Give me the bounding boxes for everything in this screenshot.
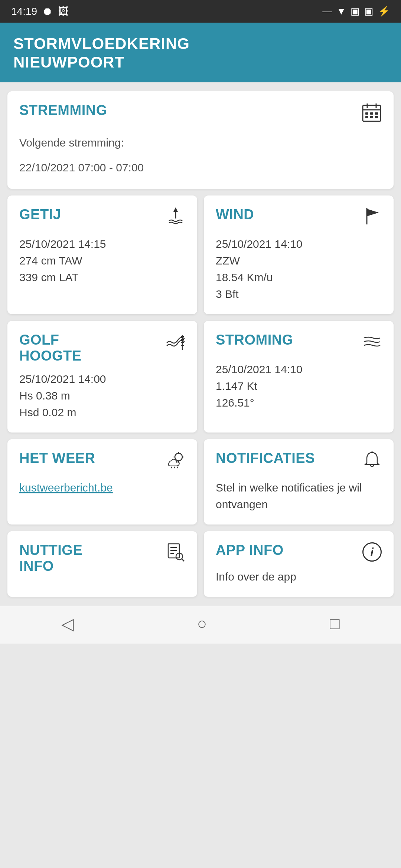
hetweer-title: HET WEER [19,450,95,466]
getij-header: GETIJ [19,207,185,229]
stremming-body: Volgende stremming: 22/10/2021 07:00 - 0… [19,133,382,177]
svg-rect-5 [370,112,373,115]
row-getij-wind: GETIJ 25/10/2021 14:15 274 cm TAW 339 cm… [7,195,394,314]
wind-card[interactable]: WIND 25/10/2021 14:10 ZZW 18.54 Km/u 3 B… [204,195,394,314]
back-button[interactable]: ◁ [61,614,74,633]
svg-marker-11 [173,207,178,212]
appinfo-card[interactable]: APP INFO i Info over de app [204,531,394,597]
notificaties-body: Stel in welke notificaties je wil ontvan… [216,479,382,513]
notificaties-text: Stel in welke notificaties je wil ontvan… [216,479,382,513]
stroming-body: 25/10/2021 14:10 1.147 Kt 126.51° [216,361,382,411]
nuttigeinfo-title: NUTTIGE INFO [19,542,82,574]
svg-line-25 [174,467,175,468]
svg-rect-6 [375,112,378,115]
notificaties-header: NOTIFICATIES [216,450,382,473]
recent-button[interactable]: □ [330,614,340,633]
nuttigeinfo-card[interactable]: NUTTIGE INFO [7,531,197,597]
svg-rect-9 [375,116,378,118]
golfhoogte-line1: Hs 0.38 m [19,387,185,404]
wind-flag-icon [362,207,382,229]
nav-bar: ◁ ○ □ [0,606,401,644]
stremming-title: STREMMING [19,102,107,118]
row-nuttige-appinfo: NUTTIGE INFO APP INFO [7,531,394,597]
appinfo-body: Info over de app [216,568,382,585]
golfhoogte-header: GOLF HOOGTE [19,332,185,364]
wifi-icon: ▼ [336,6,346,17]
appinfo-text: Info over de app [216,568,382,585]
stremming-card[interactable]: STREMMING Volgende stremming: 22/10/ [7,91,394,189]
wind-line1: ZZW [216,252,382,269]
calendar-icon [362,102,382,126]
notificaties-card[interactable]: NOTIFICATIES Stel in welke notificaties … [204,439,394,525]
getij-card[interactable]: GETIJ 25/10/2021 14:15 274 cm TAW 339 cm… [7,195,197,314]
app-header: STORMVLOEDKERING NIEUWPOORT [0,23,401,82]
wind-body: 25/10/2021 14:10 ZZW 18.54 Km/u 3 Bft [216,236,382,302]
hetweer-card[interactable]: HET WEER kustweerberi [7,439,197,525]
svg-point-19 [175,453,182,461]
golfhoogte-title: GOLF HOOGTE [19,332,82,364]
getij-body: 25/10/2021 14:15 274 cm TAW 339 cm LAT [19,236,185,286]
app-title: STORMVLOEDKERING NIEUWPOORT [13,34,388,72]
stremming-label: Volgende stremming: [19,133,382,152]
sim2-icon: ▣ [364,6,374,17]
svg-line-33 [182,559,184,561]
row-golf-stroming: GOLF HOOGTE 25/10/2021 14:00 [7,321,394,433]
home-button[interactable]: ○ [197,614,207,633]
appinfo-header: APP INFO i [216,542,382,562]
current-icon [362,332,382,354]
getij-datetime: 25/10/2021 14:15 [19,236,185,252]
minus-icon: — [322,6,332,17]
svg-rect-4 [365,112,368,115]
getij-line1: 274 cm TAW [19,252,185,269]
wind-datetime: 25/10/2021 14:10 [216,236,382,252]
golfhoogte-body: 25/10/2021 14:00 Hs 0.38 m Hsd 0.02 m [19,371,185,421]
wind-title: WIND [216,207,254,223]
hetweer-header: HET WEER [19,450,185,473]
circle-icon: ⏺ [42,5,53,17]
stroming-title: STROMING [216,332,293,348]
stroming-card[interactable]: STROMING 25/10/2021 14:10 1.147 Kt 126.5… [204,321,394,433]
stroming-line2: 126.51° [216,394,382,411]
stremming-date-range: 22/10/2021 07:00 - 07:00 [19,158,382,177]
status-time: 14:19 [11,6,37,17]
stroming-datetime: 25/10/2021 14:10 [216,361,382,378]
hetweer-body: kustweerbericht.be [19,479,185,496]
getij-line2: 339 cm LAT [19,269,185,286]
stremming-header: STREMMING [19,102,382,126]
nuttigeinfo-header: NUTTIGE INFO [19,542,185,574]
row-weer-notificaties: HET WEER kustweerberi [7,439,394,525]
document-search-icon [166,542,185,565]
svg-marker-13 [367,209,379,216]
golfhoogte-card[interactable]: GOLF HOOGTE 25/10/2021 14:00 [7,321,197,433]
main-content: STREMMING Volgende stremming: 22/10/ [0,82,401,606]
wave-icon [166,332,185,354]
stroming-line1: 1.147 Kt [216,378,382,394]
weather-icon [166,450,185,473]
info-icon: i [362,542,382,562]
wind-line2: 18.54 Km/u [216,269,382,286]
image-icon: 🖼 [58,5,68,17]
bell-icon [362,450,382,473]
status-bar-left: 14:19 ⏺ 🖼 [11,5,68,17]
tide-icon [166,207,185,229]
stroming-header: STROMING [216,332,382,354]
golfhoogte-line2: Hsd 0.02 m [19,404,185,421]
hetweer-link[interactable]: kustweerbericht.be [19,481,113,494]
svg-rect-8 [370,116,373,118]
appinfo-title: APP INFO [216,542,284,558]
wind-line3: 3 Bft [216,286,382,302]
golfhoogte-datetime: 25/10/2021 14:00 [19,371,185,387]
status-bar: 14:19 ⏺ 🖼 — ▼ ▣ ▣ ⚡ [0,0,401,23]
svg-line-26 [177,467,178,468]
sim1-icon: ▣ [351,6,360,17]
wind-header: WIND [216,207,382,229]
battery-icon: ⚡ [378,6,390,17]
status-bar-right: — ▼ ▣ ▣ ⚡ [322,6,390,17]
svg-line-24 [171,467,172,468]
svg-rect-7 [365,116,368,118]
notificaties-title: NOTIFICATIES [216,450,315,466]
getij-title: GETIJ [19,207,61,223]
